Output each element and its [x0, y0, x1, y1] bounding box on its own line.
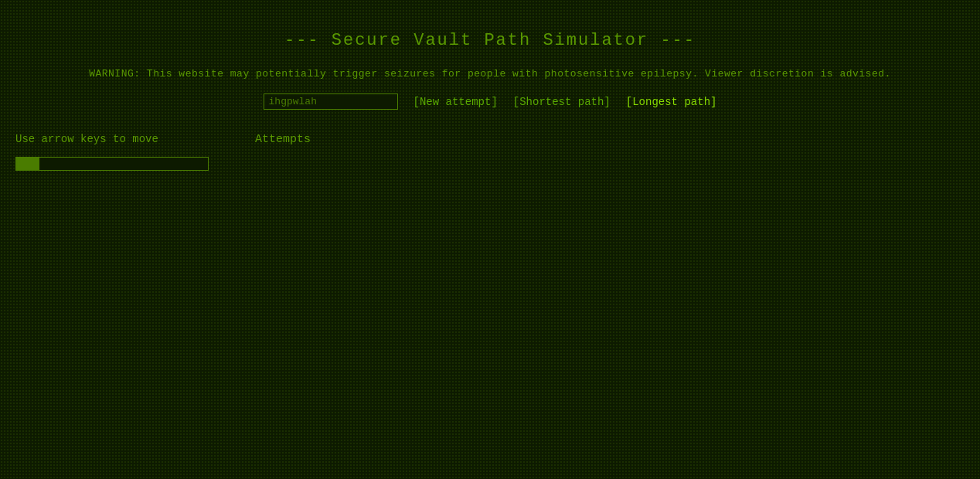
new-attempt-link[interactable]: [New attempt] — [413, 96, 498, 108]
seed-input[interactable] — [264, 93, 398, 110]
progress-bar-fill — [16, 158, 39, 170]
right-panel: Attempts — [255, 133, 965, 146]
new-attempt-label: [New attempt] — [413, 96, 498, 108]
progress-bar-container — [15, 157, 209, 171]
shortest-path-link[interactable]: [Shortest path] — [513, 96, 611, 108]
attempts-label: Attempts — [255, 133, 965, 146]
instruction-label: Use arrow keys to move — [15, 133, 158, 145]
content-area: Use arrow keys to move Attempts — [0, 125, 980, 178]
shortest-path-label: [Shortest path] — [513, 96, 611, 108]
left-panel: Use arrow keys to move — [15, 133, 232, 171]
instruction-text: Use arrow keys to move — [15, 133, 232, 145]
warning-text: WARNING: This website may potentially tr… — [89, 68, 891, 80]
title-text: --- Secure Vault Path Simulator --- — [284, 31, 696, 50]
warning-bar: WARNING: This website may potentially tr… — [0, 62, 980, 86]
longest-path-link[interactable]: [Longest path] — [626, 96, 717, 108]
longest-path-label: [Longest path] — [626, 96, 717, 108]
nav-bar: [New attempt] [Shortest path] [Longest p… — [0, 86, 980, 125]
page-wrapper: --- Secure Vault Path Simulator --- WARN… — [0, 0, 980, 479]
page-title: --- Secure Vault Path Simulator --- — [0, 15, 980, 62]
attempts-text: Attempts — [255, 133, 311, 146]
